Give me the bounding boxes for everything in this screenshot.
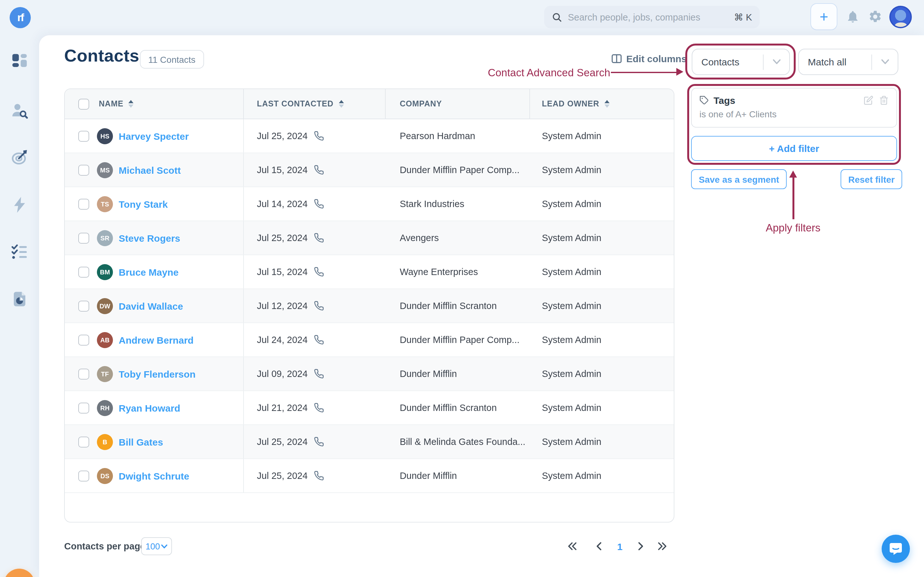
contact-name-link[interactable]: Andrew Bernard [119,334,194,345]
table-header: NAME LAST CONTACTED COMPANY LEAD OWNER [65,89,674,119]
select-all-checkbox[interactable] [78,98,89,109]
phone-icon[interactable] [314,267,325,277]
contact-name-link[interactable]: Ryan Howard [119,402,180,413]
search-input[interactable] [568,12,728,22]
chat-bubble-icon [888,541,903,556]
person-icon [893,18,908,27]
row-checkbox[interactable] [78,470,89,481]
last-contacted-date: Jul 25, 2024 [257,233,308,243]
contact-name-link[interactable]: Dwight Schrute [119,470,189,481]
row-checkbox[interactable] [78,368,89,379]
annotation-advanced-search: Contact Advanced Search [482,67,610,79]
last-contacted-date: Jul 25, 2024 [257,131,308,141]
row-checkbox[interactable] [78,436,89,447]
sort-icon[interactable] [338,100,344,108]
phone-icon[interactable] [314,369,325,379]
row-checkbox[interactable] [78,164,89,175]
contact-avatar: RH [97,400,113,416]
company-name: Pearson Hardman [400,131,475,141]
lead-owner: System Admin [542,233,601,243]
reset-filter-button[interactable]: Reset filter [841,169,903,189]
lead-owner: System Admin [542,471,601,481]
contact-avatar: HS [97,128,113,144]
add-button[interactable]: + [811,3,837,30]
double-chevron-left-icon [566,541,577,551]
contact-name-link[interactable]: Michael Scott [119,164,181,175]
app-logo[interactable]: rf [10,7,31,28]
next-page-button[interactable] [632,537,649,555]
user-avatar[interactable] [889,6,912,28]
phone-icon[interactable] [314,301,325,311]
phone-icon[interactable] [314,131,325,141]
company-name: Dunder Mifflin [400,471,457,481]
dashboard-icon[interactable] [11,53,28,70]
sort-icon[interactable] [604,100,610,108]
current-page[interactable]: 1 [611,537,629,555]
contact-name-link[interactable]: Toby Flenderson [119,368,195,379]
match-dropdown[interactable]: Match all [798,49,898,75]
contact-avatar: DS [97,468,113,484]
phone-icon[interactable] [314,199,325,209]
row-checkbox[interactable] [78,232,89,243]
column-header-lead-owner[interactable]: LEAD OWNER [530,89,674,119]
row-checkbox[interactable] [78,131,89,141]
last-contacted-date: Jul 15, 2024 [257,165,308,175]
company-name: Avengers [400,233,439,243]
last-contacted-date: Jul 25, 2024 [257,471,308,481]
contact-avatar: TF [97,366,113,382]
table-body: HS Harvey Specter Jul 25, 2024 Pearson H… [65,119,674,493]
empty-row [65,493,674,522]
app-window: rf ⌘ K + [0,0,924,577]
table-row: BM Bruce Mayne Jul 15, 2024 Wayne Enterp… [65,255,674,289]
contact-name-link[interactable]: Bill Gates [119,436,163,447]
table-row: B Bill Gates Jul 25, 2024 Bill & Melinda… [65,425,674,459]
target-icon[interactable] [11,149,28,166]
chat-support-button[interactable] [882,535,910,563]
last-contacted-date: Jul 12, 2024 [257,301,308,311]
save-segment-button[interactable]: Save as a segment [691,169,787,189]
row-checkbox[interactable] [78,198,89,210]
column-header-company[interactable]: COMPANY [386,89,530,119]
contact-name-link[interactable]: Harvey Specter [119,131,189,141]
people-search-icon[interactable] [11,102,28,119]
sort-icon[interactable] [129,100,134,108]
contact-name-link[interactable]: Tony Stark [119,198,168,210]
column-header-name[interactable]: NAME [65,89,244,119]
row-checkbox[interactable] [78,334,89,345]
table-row: AB Andrew Bernard Jul 24, 2024 Dunder Mi… [65,323,674,357]
reports-icon[interactable] [11,290,28,308]
lead-owner: System Admin [542,267,601,277]
contact-name-link[interactable]: Steve Rogers [119,232,180,243]
row-checkbox[interactable] [78,300,89,311]
bell-icon[interactable] [846,10,860,24]
phone-icon[interactable] [314,471,325,481]
row-checkbox[interactable] [78,402,89,413]
contact-avatar: MS [97,162,113,178]
company-name: Dunder Mifflin Scranton [400,403,497,413]
lead-owner: System Admin [542,199,601,209]
first-page-button[interactable] [563,537,581,555]
last-page-button[interactable] [653,537,671,555]
phone-icon[interactable] [314,165,325,175]
contact-avatar: B [97,434,113,450]
whats-new-button[interactable] [4,569,35,577]
column-header-last-contacted[interactable]: LAST CONTACTED [244,89,386,119]
per-page-select[interactable]: 100 [141,537,172,555]
contact-name-link[interactable]: David Wallace [119,300,183,311]
phone-icon[interactable] [314,233,325,243]
edit-columns-button[interactable]: Edit columns [612,53,687,64]
double-chevron-right-icon [657,541,668,551]
gear-icon[interactable] [868,10,882,24]
phone-icon[interactable] [314,403,325,413]
tasks-icon[interactable] [11,243,28,260]
prev-page-button[interactable] [590,537,607,555]
phone-icon[interactable] [314,335,325,345]
last-contacted-date: Jul 14, 2024 [257,199,308,209]
annotation-arrow [792,177,794,219]
lightning-icon[interactable] [11,196,28,213]
phone-icon[interactable] [314,437,325,447]
table-row: TF Toby Flenderson Jul 09, 2024 Dunder M… [65,357,674,391]
global-search[interactable]: ⌘ K [544,6,760,28]
row-checkbox[interactable] [78,266,89,277]
contact-name-link[interactable]: Bruce Mayne [119,266,179,277]
